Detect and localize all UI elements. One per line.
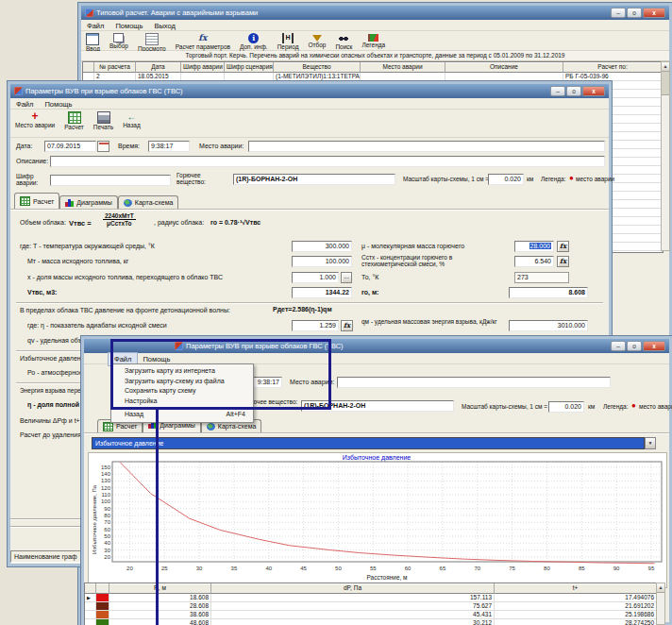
maximize-button[interactable]: o <box>566 86 581 96</box>
cell: 2 <box>94 73 136 81</box>
win3-scrollbar[interactable]: ▲ <box>656 583 665 625</box>
toolbar-label: Печать <box>93 124 113 130</box>
fuel-label: Горючее вещество: <box>176 172 231 185</box>
cell <box>181 73 225 81</box>
tab-label: Расчет <box>116 423 137 430</box>
table-row[interactable]: 218.05.2015(1-МЕТИЛЭТИЛ)1:13:1ТЕТРАРБ Г-… <box>83 73 663 81</box>
table-header-row: R, мdP, Паt+ <box>85 583 657 594</box>
table-row[interactable]: ▶18.608157.11317.494076 <box>85 594 657 602</box>
desktop: Типовой расчет. Аварии с аварийными взры… <box>0 0 672 625</box>
win2-toolbar: +Место аварииРасчетПечать←Назад <box>10 110 609 138</box>
fx-button[interactable]: fx <box>557 241 569 252</box>
time-label: Время: <box>118 143 140 149</box>
code-label: Шифр аварии: <box>16 173 46 186</box>
minimize-button[interactable]: – <box>611 8 626 18</box>
close-button[interactable]: x <box>643 8 665 18</box>
column-header: R, м <box>109 583 211 594</box>
scale-input[interactable]: 0.020 <box>488 174 524 185</box>
close-button[interactable]: x <box>582 86 605 96</box>
win1-scrollbar[interactable]: ▲ <box>661 61 670 251</box>
table-row[interactable]: 28.60875.62721.691202 <box>85 602 657 611</box>
toolbar-button-print[interactable]: Печать <box>89 110 118 131</box>
minimize-button[interactable]: – <box>611 341 626 351</box>
close-button[interactable]: x <box>643 341 665 351</box>
mu-input[interactable]: 28.000 <box>514 241 554 252</box>
svg-text:40: 40 <box>104 540 110 546</box>
place-input[interactable] <box>337 377 611 388</box>
legend-label: Легенда: <box>541 176 566 182</box>
color-swatch <box>96 611 109 619</box>
mt-input[interactable]: 100.000 <box>292 256 352 267</box>
svg-text:45: 45 <box>300 566 307 571</box>
cell: 28.608 <box>109 602 211 611</box>
column-header: dP, Па <box>211 583 495 594</box>
svg-text:25: 25 <box>161 566 168 571</box>
browse-button[interactable]: ... <box>341 272 352 283</box>
toolbar-button-back[interactable]: ←Назад <box>118 110 145 129</box>
scroll-thumb[interactable] <box>662 72 669 95</box>
win1-titlebar[interactable]: Типовой расчет. Аварии с аварийными взры… <box>81 6 669 20</box>
tab-icon <box>65 199 74 207</box>
svg-text:20: 20 <box>126 566 133 571</box>
toolbar-button-fx[interactable]: fxРасчет параметров <box>171 31 235 51</box>
time-input[interactable]: 9:38:17 <box>148 141 190 152</box>
fx-button[interactable]: fx <box>557 256 569 267</box>
maximize-button[interactable]: o <box>627 8 642 18</box>
column-header: Дата <box>136 62 181 73</box>
b-formula: Pдет=2.586(η-1)qм <box>273 306 332 312</box>
place-input[interactable] <box>248 141 605 152</box>
chevron-down-icon[interactable]: ▼ <box>645 437 656 449</box>
tab-icon <box>124 199 132 207</box>
t-input[interactable]: 300.000 <box>292 241 352 252</box>
table-row[interactable]: 38.60845.43125.198686 <box>85 611 657 619</box>
scroll-up-icon[interactable]: ▲ <box>662 62 669 72</box>
toolbar-button-input[interactable]: Ввод <box>81 31 105 53</box>
place-icon: + <box>32 111 39 122</box>
table-row[interactable]: 48.60830.21228.274250 <box>85 619 657 625</box>
minimize-button[interactable]: – <box>550 86 565 96</box>
maximize-button[interactable]: o <box>627 341 642 351</box>
toolbar-button-select[interactable]: Выбор <box>105 31 133 50</box>
svg-text:80: 80 <box>544 566 550 571</box>
win2-titlebar[interactable]: Параметры ВУВ при взрыве облаков ГВС (ТВ… <box>10 84 609 98</box>
tab-карта-схема[interactable]: Карта-схема <box>118 195 179 209</box>
tab-диаграммы[interactable]: Диаграммы <box>59 195 118 209</box>
toolbar-button-filter[interactable]: Отбор <box>303 31 330 49</box>
toolbar-button-legend[interactable]: Легенда <box>357 31 390 49</box>
search-icon <box>338 33 349 43</box>
win2-title: Параметры ВУВ при взрыве облаков ГВС (ТВ… <box>25 84 183 98</box>
date-input[interactable]: 07.09.2015 <box>44 141 96 152</box>
menu-item-назад[interactable]: НазадAlt+F4 <box>111 410 253 420</box>
toolbar-button-place[interactable]: +Место аварии <box>10 110 59 129</box>
toolbar-button-view[interactable]: Просмотр <box>133 31 171 53</box>
scroll-up-icon[interactable]: ▲ <box>657 583 664 593</box>
cell: 30.212 <box>211 619 495 625</box>
descr-input[interactable] <box>50 156 605 167</box>
toolbar-button-calc[interactable]: Расчет <box>59 110 89 131</box>
scale-input[interactable]: 0.020 <box>548 401 584 413</box>
tab-label: Карта-схема <box>218 423 257 430</box>
toolbar-button-search[interactable]: Поиск <box>330 31 357 51</box>
fx-button[interactable]: fx <box>341 320 353 331</box>
win2-menubar: ФайлПомощь <box>10 98 609 110</box>
column-header: Описание <box>445 62 563 73</box>
calendar-icon[interactable] <box>97 141 109 152</box>
toolbar-button-info[interactable]: iДоп. инф. <box>235 31 273 51</box>
fuel-input[interactable]: (1R)-БОРНАН-2-ОН <box>233 174 395 185</box>
panel-top-border <box>84 432 669 434</box>
tab-расчет[interactable]: Расчет <box>14 193 59 209</box>
eta-input[interactable]: 1.259 <box>292 320 339 331</box>
t0-label: То, °К <box>361 274 378 280</box>
toolbar-button-period[interactable]: HПериод <box>273 31 304 51</box>
legend-dot-icon: ● <box>569 174 574 182</box>
formula-a-radius: rо = 0.78·³√Vтвс <box>210 219 260 226</box>
svg-text:110: 110 <box>101 492 110 498</box>
formula-a-prefix: Объем облака: <box>20 219 66 226</box>
chart-select[interactable]: Избыточное давление <box>92 437 645 449</box>
cell: 75.627 <box>211 602 495 611</box>
cstx-input[interactable]: 6.540 <box>514 256 554 267</box>
x-input[interactable]: 1.000 <box>292 272 339 283</box>
code-input[interactable] <box>50 175 171 186</box>
t-label: где: Т - температура окружающей среды, °… <box>20 243 155 249</box>
svg-text:40: 40 <box>265 566 272 571</box>
